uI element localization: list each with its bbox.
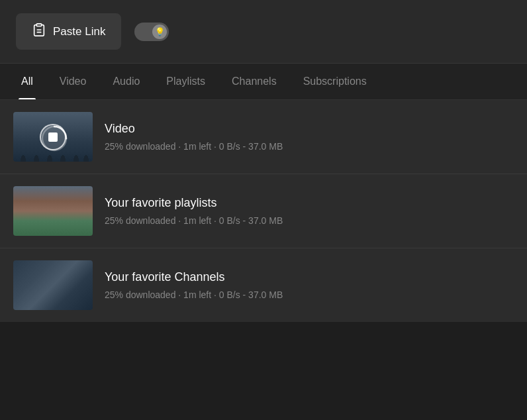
paste-icon: [32, 23, 46, 40]
thumbnail-playlists: [13, 186, 93, 236]
item-status-video: 25% downloaded · 1m left · 0 B/s - 37.0 …: [105, 141, 514, 152]
download-item-video: Video 25% downloaded · 1m left · 0 B/s -…: [0, 100, 527, 174]
nav-tabs: All Video Audio Playlists Channels Subsc…: [0, 64, 527, 100]
item-info-video: Video 25% downloaded · 1m left · 0 B/s -…: [105, 122, 514, 152]
item-title-playlists: Your favorite playlists: [105, 196, 514, 210]
thumbnail-channels: [13, 260, 93, 310]
tab-all[interactable]: All: [16, 64, 46, 99]
svg-rect-0: [36, 24, 41, 26]
tab-audio[interactable]: Audio: [99, 64, 153, 99]
item-info-playlists: Your favorite playlists 25% downloaded ·…: [105, 196, 514, 226]
theme-toggle[interactable]: 💡: [134, 23, 169, 41]
tab-subscriptions[interactable]: Subscriptions: [290, 64, 380, 99]
tab-playlists[interactable]: Playlists: [153, 64, 218, 99]
toggle-knob: 💡: [152, 25, 167, 39]
stop-button-video[interactable]: [40, 124, 66, 150]
tab-video[interactable]: Video: [46, 64, 100, 99]
toggle-switch[interactable]: 💡: [134, 23, 169, 41]
top-bar: Paste Link 💡: [0, 0, 527, 64]
thumbnail-video: [13, 112, 93, 162]
item-title-video: Video: [105, 122, 514, 136]
download-list: Video 25% downloaded · 1m left · 0 B/s -…: [0, 100, 527, 322]
item-info-channels: Your favorite Channels 25% downloaded · …: [105, 270, 514, 300]
item-status-playlists: 25% downloaded · 1m left · 0 B/s - 37.0 …: [105, 215, 514, 226]
tab-channels[interactable]: Channels: [218, 64, 290, 99]
download-item-playlists: Your favorite playlists 25% downloaded ·…: [0, 174, 527, 248]
paste-link-label: Paste Link: [53, 25, 105, 38]
item-title-channels: Your favorite Channels: [105, 270, 514, 284]
download-item-channels: Your favorite Channels 25% downloaded · …: [0, 248, 527, 322]
item-status-channels: 25% downloaded · 1m left · 0 B/s - 37.0 …: [105, 289, 514, 300]
bulb-icon: 💡: [155, 27, 165, 36]
paste-link-button[interactable]: Paste Link: [16, 13, 121, 50]
